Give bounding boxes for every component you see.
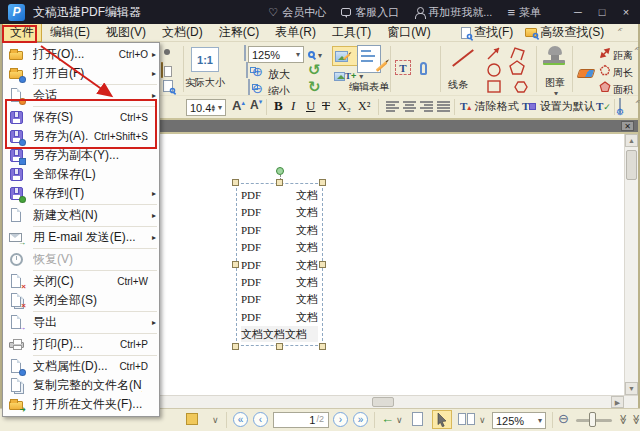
set-default-button[interactable]: T 设置为默认 xyxy=(522,99,595,114)
align-justify-icon[interactable] xyxy=(437,101,450,113)
zoom-out-icon[interactable]: ⊖ xyxy=(252,81,263,96)
file-menu-item-save-to[interactable]: 保存到(T) ▸ xyxy=(3,184,159,203)
clear-format-button[interactable]: T▴ 清除格式 xyxy=(460,99,519,114)
select-tool-button[interactable] xyxy=(432,410,452,429)
layout-expand-icon[interactable]: ∨ xyxy=(479,415,486,425)
resize-handle-se[interactable] xyxy=(319,343,326,350)
line-tool-icon[interactable] xyxy=(452,49,474,67)
statusbar-more-icon[interactable]: ≫ xyxy=(631,414,640,424)
support-button[interactable]: 客服入口 xyxy=(341,5,399,20)
resize-handle-s[interactable] xyxy=(276,343,283,350)
file-menu-item-close[interactable]: × 关闭(C) Ctrl+W xyxy=(3,272,159,291)
minimize-button[interactable]: ─ xyxy=(572,6,584,18)
vertical-scroll-thumb[interactable] xyxy=(626,150,637,180)
underline-button[interactable]: U xyxy=(306,98,315,114)
toolbar-overflow-icon[interactable]: ⌃̈ xyxy=(616,28,622,37)
menu-file[interactable]: 文件 xyxy=(2,23,42,42)
italic-button[interactable]: I xyxy=(291,98,295,114)
vertical-scrollbar[interactable]: ▲ ▼ xyxy=(624,134,638,395)
menu-document[interactable]: 文档(D) xyxy=(154,23,211,42)
file-menu-item-session[interactable]: 会话 ▸ xyxy=(3,86,159,105)
resize-handle-w[interactable] xyxy=(232,261,239,268)
member-center-button[interactable]: 会员中心 xyxy=(268,5,326,20)
shape-tools-icons[interactable] xyxy=(484,44,530,94)
subscript-button[interactable]: X₂ xyxy=(338,99,351,114)
search-doc-icon[interactable] xyxy=(163,80,173,92)
file-menu-item-export[interactable]: → 导出 ▸ xyxy=(3,313,159,332)
find-button[interactable]: 查找(F) xyxy=(461,24,513,41)
file-menu-item-save-as-copy[interactable]: 另存为副本(Y)... xyxy=(3,146,159,165)
file-menu-item-new-doc[interactable]: 新建文档(N) ▸ xyxy=(3,206,159,225)
file-menu-item-copy-filename[interactable]: 复制完整的文件名(N) xyxy=(3,376,159,395)
last-page-button[interactable]: » xyxy=(353,412,368,427)
statusbar-expand-icon[interactable]: ≫ xyxy=(618,414,629,424)
grow-font-button[interactable]: A▴ xyxy=(232,98,245,113)
menu-edit[interactable]: 编辑(E) xyxy=(42,23,98,42)
prev-page-button[interactable]: ‹ xyxy=(253,412,268,427)
file-menu-item-doc-props[interactable]: 文档属性(D)... Ctrl+D xyxy=(3,357,159,376)
apply-format-button[interactable]: T✓ xyxy=(596,99,611,113)
view-history-expand-icon[interactable]: ∨ xyxy=(396,415,403,425)
account-button[interactable]: 再加班我就... xyxy=(414,5,492,20)
doc-settings-icon[interactable] xyxy=(619,98,621,114)
app-menu-button[interactable]: 菜单 xyxy=(507,5,541,20)
rotate-left-icon[interactable]: ↺ xyxy=(308,61,321,79)
scroll-up-icon[interactable]: ▲ xyxy=(625,134,638,147)
menu-view[interactable]: 视图(V) xyxy=(98,23,154,42)
align-right-icon[interactable] xyxy=(420,101,433,113)
bold-button[interactable]: B xyxy=(274,98,283,114)
menu-tools[interactable]: 工具(T) xyxy=(324,23,379,42)
perimeter-icon[interactable] xyxy=(599,64,611,76)
shrink-font-button[interactable]: A▾ xyxy=(250,98,262,112)
toolbar-more-icon[interactable]: ⌃̈ xyxy=(633,47,639,56)
page-layout-icon[interactable] xyxy=(458,413,476,426)
resize-handle-e[interactable] xyxy=(319,261,326,268)
add-text-icon[interactable]: T xyxy=(395,60,411,75)
fit-visible-icon[interactable] xyxy=(248,79,250,95)
file-menu-item-save-as[interactable]: 另存为(A)... Ctrl+Shift+S xyxy=(3,127,159,146)
maximize-button[interactable]: □ xyxy=(596,6,608,18)
fit-page-icon[interactable] xyxy=(244,45,246,61)
panel-close-icon[interactable]: ✕ xyxy=(621,121,634,131)
zoom-in-icon[interactable]: ⊕ xyxy=(252,64,263,79)
menu-window[interactable]: 窗口(W) xyxy=(379,23,438,42)
align-left-icon[interactable] xyxy=(386,101,399,113)
close-button[interactable]: × xyxy=(620,6,632,18)
fit-width-icon[interactable] xyxy=(246,62,248,78)
resize-handle-n[interactable] xyxy=(276,179,283,186)
strikethrough-button[interactable]: T xyxy=(322,98,330,114)
area-icon[interactable] xyxy=(599,81,611,93)
file-menu-item-close-all[interactable]: × 关闭全部(S) xyxy=(3,291,159,310)
format-more-icon[interactable]: ⌃̈ xyxy=(634,100,640,109)
previous-view-icon[interactable]: ← xyxy=(381,411,394,426)
rotation-handle[interactable] xyxy=(276,167,284,175)
file-menu-item-open[interactable]: 打开(O)... Ctrl+O▸ xyxy=(3,45,159,64)
font-size-select[interactable]: 10.4 ▴▾ xyxy=(186,99,226,116)
page-number-input[interactable]: 1 /2 xyxy=(273,412,329,428)
horizontal-scroll-thumb[interactable] xyxy=(372,397,394,407)
superscript-button[interactable]: X² xyxy=(358,99,370,114)
actual-size-button[interactable]: 1:1 xyxy=(191,47,219,72)
first-page-button[interactable]: « xyxy=(233,412,248,427)
advanced-find-button[interactable]: 高级查找(S) xyxy=(525,24,604,41)
resize-handle-sw[interactable] xyxy=(232,343,239,350)
scroll-down-icon[interactable]: ▼ xyxy=(625,382,638,395)
marquee-zoom-icon[interactable] xyxy=(308,47,322,61)
menu-comment[interactable]: 注释(C) xyxy=(211,23,268,42)
file-menu-item-email[interactable]: → 用 E-mail 发送(E)... ▸ xyxy=(3,228,159,247)
paste-icon[interactable] xyxy=(161,62,163,78)
resize-handle-ne[interactable] xyxy=(319,179,326,186)
zoom-slider-thumb[interactable] xyxy=(589,412,596,427)
resize-handle-nw[interactable] xyxy=(232,179,239,186)
status-expand-icon[interactable]: ∨ xyxy=(212,415,219,425)
rotate-right-icon[interactable]: ↻ xyxy=(308,78,321,96)
file-menu-item-print[interactable]: 打印(P)... Ctrl+P xyxy=(3,335,159,354)
distance-icon[interactable] xyxy=(599,47,611,59)
file-menu-item-open-folder[interactable]: ➜ 打开所在文件夹(F)... xyxy=(3,395,159,414)
file-menu-item-open-from[interactable]: 打开自(F) ▸ xyxy=(3,64,159,83)
stamp-button[interactable] xyxy=(543,46,567,65)
file-menu-item-save-all[interactable]: 全部保存(L) xyxy=(3,165,159,184)
status-tool-icon[interactable] xyxy=(186,413,198,425)
file-menu-item-save[interactable]: 保存(S) Ctrl+S xyxy=(3,108,159,127)
toolbar-zoom-select[interactable]: 125% xyxy=(248,46,304,63)
